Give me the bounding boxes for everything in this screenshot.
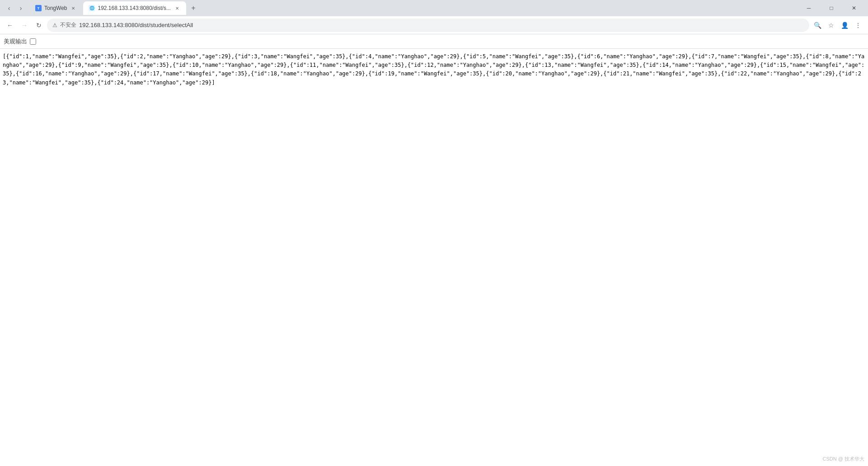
url-text: 192.168.133.143:8080/dist/student/select… xyxy=(79,22,804,28)
tab2-close-button[interactable]: ✕ xyxy=(174,5,181,12)
bookmark-icon[interactable]: ☆ xyxy=(825,19,837,32)
json-response: [{"id":1,"name":"Wangfei","age":35},{"id… xyxy=(3,52,865,87)
tab1-title: TongWeb xyxy=(44,5,67,11)
address-right-icons: 🔍 ☆ 👤 ⋮ xyxy=(811,19,864,32)
browser-window: ‹ › T TongWeb ✕ 🌐 192.168.133.143:8080/d… xyxy=(0,0,868,466)
tab1-favicon: T xyxy=(35,5,42,11)
pretty-print-checkbox[interactable] xyxy=(30,38,36,45)
security-label: 不安全 xyxy=(60,21,76,29)
back-button[interactable]: ← xyxy=(4,19,16,32)
forward-button[interactable]: → xyxy=(18,19,31,32)
tab-nav-icons: ‹ › xyxy=(4,3,26,14)
minimize-button[interactable]: ─ xyxy=(798,0,819,16)
watermark: CSDN @ 技术华大 xyxy=(823,456,864,462)
tab2-title: 192.168.133.143:8080/dist/s... xyxy=(98,5,170,11)
tab-bar: ‹ › T TongWeb ✕ 🌐 192.168.133.143:8080/d… xyxy=(0,0,868,16)
menu-icon[interactable]: ⋮ xyxy=(852,19,864,32)
window-controls: ─ □ ✕ xyxy=(798,0,864,16)
toolbar: 美观输出 xyxy=(0,34,868,49)
tab2-favicon: 🌐 xyxy=(89,5,95,11)
security-icon: ⚠ xyxy=(52,22,57,28)
tab-forward-nav-icon[interactable]: › xyxy=(15,3,26,14)
tab-current[interactable]: 🌐 192.168.133.143:8080/dist/s... ✕ xyxy=(83,1,186,15)
close-button[interactable]: ✕ xyxy=(844,0,864,16)
tab1-close-button[interactable]: ✕ xyxy=(70,5,77,12)
url-bar[interactable]: ⚠ 不安全 192.168.133.143:8080/dist/student/… xyxy=(47,19,809,32)
search-icon[interactable]: 🔍 xyxy=(811,19,824,32)
address-bar: ← → ↻ ⚠ 不安全 192.168.133.143:8080/dist/st… xyxy=(0,16,868,34)
new-tab-button[interactable]: + xyxy=(187,2,200,14)
profile-icon[interactable]: 👤 xyxy=(838,19,851,32)
page-content: [{"id":1,"name":"Wangfei","age":35},{"id… xyxy=(0,49,868,466)
refresh-button[interactable]: ↻ xyxy=(33,19,45,32)
maximize-button[interactable]: □ xyxy=(821,0,842,16)
tab-back-nav-icon[interactable]: ‹ xyxy=(4,3,14,14)
pretty-print-label: 美观输出 xyxy=(4,37,27,46)
tab-tongweb[interactable]: T TongWeb ✕ xyxy=(30,1,82,15)
